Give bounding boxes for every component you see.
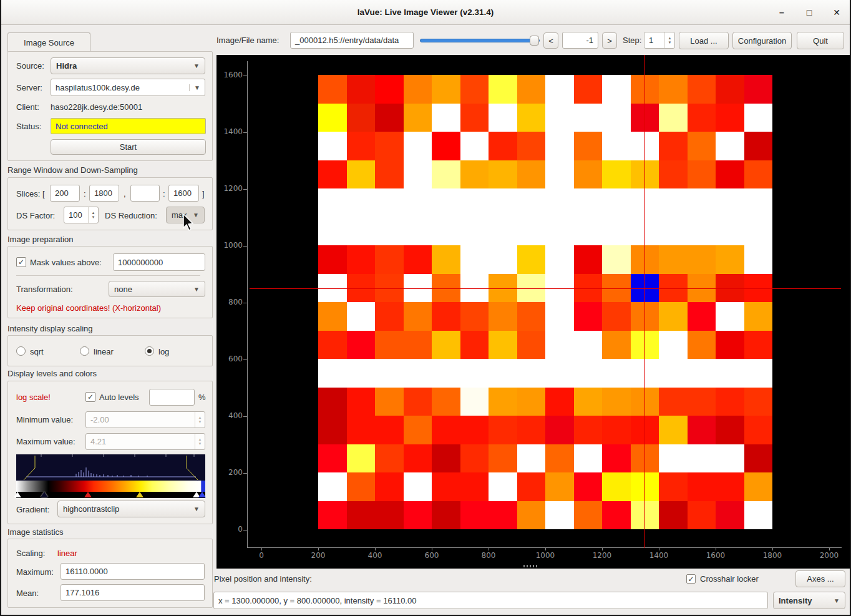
heatmap-cell[interactable] — [460, 188, 489, 217]
heatmap-cell[interactable] — [404, 302, 432, 331]
heatmap-cell[interactable] — [517, 75, 546, 104]
heatmap-cell[interactable] — [545, 302, 574, 331]
heatmap-cell[interactable] — [688, 160, 716, 189]
heatmap-cell[interactable] — [489, 160, 517, 189]
heatmap-cell[interactable] — [375, 132, 404, 160]
heatmap-cell[interactable] — [716, 359, 744, 388]
gradient-marker-icon[interactable] — [198, 492, 206, 497]
heatmap-cell[interactable] — [318, 444, 347, 473]
heatmap-cell[interactable] — [404, 217, 432, 246]
configuration-button[interactable]: Configuration — [732, 32, 792, 49]
heatmap-cell[interactable] — [460, 104, 489, 132]
heatmap-cell[interactable] — [432, 416, 460, 444]
heatmap-cell[interactable] — [404, 444, 432, 473]
heatmap-cell[interactable] — [318, 75, 347, 104]
heatmap-cell[interactable] — [432, 388, 460, 416]
heatmap-cell[interactable] — [404, 472, 432, 501]
heatmap-cell[interactable] — [375, 75, 404, 104]
heatmap-cell[interactable] — [432, 188, 460, 217]
heatmap-cell[interactable] — [489, 75, 517, 104]
slices-x-to-input[interactable]: 1800 — [89, 185, 119, 202]
heatmap-cell[interactable] — [545, 245, 574, 274]
heatmap-cell[interactable] — [574, 132, 603, 160]
ds-reduction-combobox[interactable]: max ▼ — [166, 207, 205, 223]
heatmap-cell[interactable] — [574, 416, 603, 444]
transformation-combobox[interactable]: none ▼ — [109, 281, 205, 297]
heatmap-cell[interactable] — [688, 274, 716, 303]
heatmap-cell[interactable] — [688, 444, 716, 473]
heatmap-cell[interactable] — [602, 188, 631, 217]
heatmap-cell[interactable] — [574, 160, 603, 189]
heatmap-cell[interactable] — [375, 104, 404, 132]
heatmap-cell[interactable] — [574, 217, 603, 246]
heatmap-cell[interactable] — [318, 160, 347, 189]
heatmap-cell[interactable] — [460, 388, 489, 416]
heatmap-cell[interactable] — [489, 331, 517, 359]
colormap-gradient-bar[interactable] — [16, 481, 205, 492]
radio-log-label[interactable]: log — [158, 347, 169, 356]
heatmap-cell[interactable] — [432, 501, 460, 530]
heatmap-cell[interactable] — [375, 359, 404, 388]
maximum-value-spinbox[interactable]: 4.21 — [85, 433, 205, 450]
heatmap-cell[interactable] — [460, 75, 489, 104]
heatmap-cell[interactable] — [318, 245, 347, 274]
heatmap-cell[interactable] — [517, 188, 546, 217]
heatmap-cell[interactable] — [460, 302, 489, 331]
heatmap-cell[interactable] — [744, 331, 773, 359]
heatmap-cell[interactable] — [716, 132, 744, 160]
quit-button[interactable]: Quit — [797, 32, 844, 49]
heatmap-cell[interactable] — [460, 160, 489, 189]
heatmap-cell[interactable] — [602, 274, 631, 303]
heatmap-cell[interactable] — [659, 416, 688, 444]
heatmap-cell[interactable] — [716, 217, 744, 246]
heatmap-cell[interactable] — [318, 274, 347, 303]
heatmap-cell[interactable] — [318, 331, 347, 359]
heatmap-cell[interactable] — [688, 501, 716, 530]
heatmap-cell[interactable] — [489, 472, 517, 501]
heatmap-cell[interactable] — [404, 75, 432, 104]
splitter-handle[interactable] — [523, 565, 539, 567]
heatmap-cell[interactable] — [375, 388, 404, 416]
heatmap-cell[interactable] — [489, 416, 517, 444]
heatmap-cell[interactable] — [688, 104, 716, 132]
heatmap-cell[interactable] — [545, 160, 574, 189]
heatmap-cell[interactable] — [432, 472, 460, 501]
heatmap-cell[interactable] — [545, 75, 574, 104]
gradient-marker-icon[interactable] — [41, 492, 48, 497]
heatmap-cell[interactable] — [517, 501, 546, 530]
slices-y-to-input[interactable]: 1600 — [168, 185, 199, 202]
heatmap-cell[interactable] — [744, 75, 773, 104]
heatmap-cell[interactable] — [347, 302, 376, 331]
heatmap-cell[interactable] — [347, 160, 376, 189]
close-icon[interactable]: ✕ — [831, 7, 842, 18]
heatmap-cell[interactable] — [460, 132, 489, 160]
heatmap-cell[interactable] — [602, 331, 631, 359]
heatmap-cell[interactable] — [404, 416, 432, 444]
heatmap-cell[interactable] — [432, 132, 460, 160]
frame-slider[interactable] — [420, 36, 540, 46]
heatmap-cell[interactable] — [404, 104, 432, 132]
heatmap-cell[interactable] — [659, 245, 688, 274]
heatmap-cell[interactable] — [545, 188, 574, 217]
heatmap-cell[interactable] — [659, 104, 688, 132]
heatmap-cell[interactable] — [517, 104, 546, 132]
heatmap-cell[interactable] — [375, 501, 404, 530]
heatmap-cell[interactable] — [744, 501, 773, 530]
heatmap-cell[interactable] — [489, 359, 517, 388]
heatmap-cell[interactable] — [744, 132, 773, 160]
heatmap-cell[interactable] — [318, 416, 347, 444]
heatmap-cell[interactable] — [545, 331, 574, 359]
heatmap-cell[interactable] — [517, 302, 546, 331]
axes-button[interactable]: Axes ... — [795, 570, 845, 587]
heatmap-cell[interactable] — [517, 359, 546, 388]
heatmap-cell[interactable] — [404, 188, 432, 217]
heatmap-cell[interactable] — [517, 444, 546, 473]
heatmap-cell[interactable] — [659, 501, 688, 530]
heatmap-cell[interactable] — [688, 388, 716, 416]
heatmap-cell[interactable] — [489, 245, 517, 274]
heatmap-cell[interactable] — [602, 75, 631, 104]
heatmap-cell[interactable] — [432, 245, 460, 274]
heatmap-cell[interactable] — [659, 160, 688, 189]
heatmap-cell[interactable] — [574, 302, 603, 331]
heatmap-cell[interactable] — [460, 331, 489, 359]
